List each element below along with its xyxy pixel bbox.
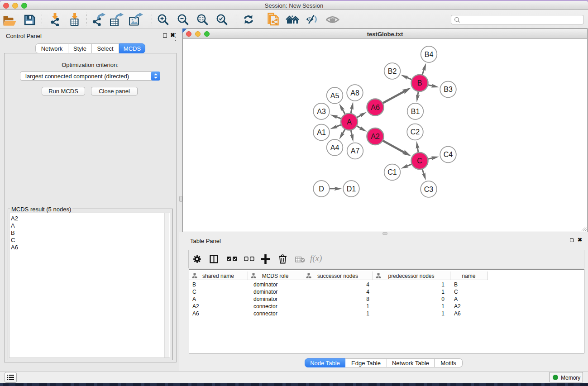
- svg-text:A6: A6: [371, 104, 380, 111]
- svg-text:D: D: [319, 185, 324, 193]
- svg-text:B: B: [417, 79, 422, 87]
- svg-text:C: C: [417, 157, 422, 165]
- svg-text:A2: A2: [371, 133, 380, 140]
- svg-text:D1: D1: [347, 185, 356, 193]
- svg-text:C3: C3: [424, 186, 434, 193]
- svg-text:C2: C2: [411, 128, 420, 136]
- svg-text:A5: A5: [330, 92, 339, 100]
- svg-text:B2: B2: [388, 67, 397, 75]
- svg-text:B1: B1: [411, 108, 420, 115]
- svg-text:A1: A1: [317, 129, 326, 136]
- svg-text:A3: A3: [317, 108, 326, 115]
- svg-text:C4: C4: [444, 151, 453, 158]
- svg-text:A8: A8: [350, 89, 359, 97]
- svg-text:A7: A7: [351, 147, 360, 155]
- svg-text:B3: B3: [444, 86, 453, 93]
- svg-text:A: A: [347, 118, 352, 126]
- svg-text:C1: C1: [387, 168, 397, 176]
- svg-text:B4: B4: [425, 51, 434, 58]
- svg-text:A4: A4: [330, 144, 339, 152]
